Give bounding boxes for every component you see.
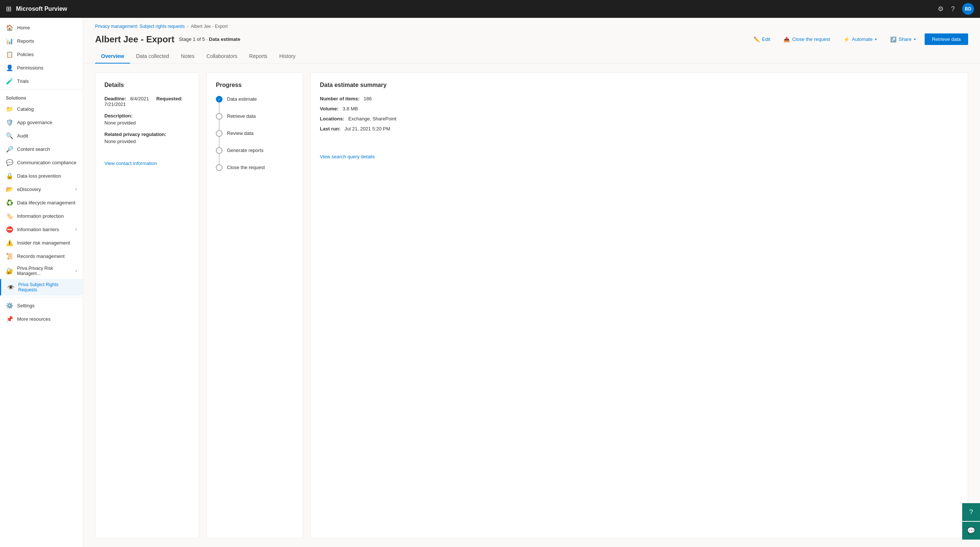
- edit-button[interactable]: ✏️ Edit: [749, 34, 775, 45]
- view-query-link[interactable]: View search query details: [320, 154, 375, 159]
- step-label-4: Generate reports: [227, 147, 263, 153]
- summary-card-title: Data estimate summary: [320, 82, 959, 88]
- progress-step-5: Close the request: [216, 164, 294, 171]
- tab-overview[interactable]: Overview: [95, 49, 130, 64]
- grid-icon[interactable]: ⊞: [6, 5, 11, 13]
- priva-subject-icon: 👁️: [7, 284, 14, 291]
- step-label-1: Data estimate: [227, 96, 257, 102]
- tab-notes[interactable]: Notes: [175, 49, 200, 64]
- stage-badge: Stage 1 of 5 · Data estimate: [179, 37, 240, 42]
- stage-text: Stage 1 of 5 ·: [179, 37, 209, 42]
- close-request-button[interactable]: 📤 Close the request: [779, 34, 834, 45]
- sidebar-label-data-lifecycle: Data lifecycle management: [17, 200, 75, 206]
- tab-collaborators[interactable]: Collaborators: [200, 49, 243, 64]
- deadline-row: Deadline: 8/4/2021 Requested: 7/21/2021: [104, 96, 190, 107]
- sidebar-label-dlp: Data loss prevention: [17, 173, 61, 179]
- sidebar-item-content-search[interactable]: 🔎 Content search: [0, 142, 83, 156]
- breadcrumb-current: Albert Jee - Export: [191, 24, 228, 29]
- share-icon: ↗️: [890, 37, 896, 42]
- last-run-value: [342, 126, 343, 132]
- sidebar-item-data-lifecycle[interactable]: ♻️ Data lifecycle management: [0, 196, 83, 209]
- sidebar-item-catalog[interactable]: 📁 Catalog: [0, 102, 83, 116]
- summary-card: Data estimate summary Number of items: 1…: [310, 72, 968, 538]
- page-title-name: Albert Jee: [95, 34, 138, 44]
- progress-steps: Data estimate Retrieve data: [216, 96, 294, 171]
- sidebar-label-information-protection: Information protection: [17, 213, 64, 219]
- deadline-value: [127, 96, 129, 102]
- sidebar-item-permissions[interactable]: 👤 Permissions: [0, 61, 83, 74]
- breadcrumb-parent-link[interactable]: Privacy management: Subject rights reque…: [95, 24, 185, 29]
- stage-name: Data estimate: [209, 37, 240, 42]
- layout: 🏠 Home 📊 Reports 📋 Policies 👤 Permission…: [0, 18, 980, 547]
- permissions-icon: 👤: [6, 64, 13, 71]
- view-contact-link[interactable]: View contact information: [104, 161, 157, 166]
- sidebar-label-content-search: Content search: [17, 147, 50, 152]
- app-governance-icon: 🛡️: [6, 118, 13, 126]
- floating-help-button[interactable]: ?: [962, 503, 980, 521]
- sidebar-item-data-loss-prevention[interactable]: 🔒 Data loss prevention: [0, 169, 83, 182]
- details-card: Details Deadline: 8/4/2021 Requested: 7/…: [95, 72, 199, 538]
- sidebar-item-priva-privacy[interactable]: 🔐 Priva Privacy Risk Managem... ›: [0, 263, 83, 279]
- progress-step-2: Retrieve data: [216, 113, 294, 130]
- last-run-val: Jul 21, 2021 5:20 PM: [345, 126, 390, 132]
- content-area: Details Deadline: 8/4/2021 Requested: 7/…: [83, 64, 980, 547]
- sidebar-item-priva-subject[interactable]: 👁️ Priva Subject Rights Requests: [0, 279, 83, 295]
- progress-step-3: Review data: [216, 130, 294, 147]
- tab-reports[interactable]: Reports: [243, 49, 274, 64]
- app-name: Microsoft Purview: [16, 6, 67, 12]
- sidebar-label-records-management: Records management: [17, 254, 65, 259]
- sidebar-label-settings: Settings: [17, 303, 35, 308]
- step-line-2: [219, 120, 220, 130]
- sidebar-item-audit[interactable]: 🔍 Audit: [0, 129, 83, 142]
- page-title-area: Albert Jee - Export Stage 1 of 5 · Data …: [95, 34, 240, 45]
- volume-value: [340, 106, 341, 112]
- automate-chevron-icon: ▾: [875, 37, 877, 41]
- sidebar-label-insider-risk: Insider risk management: [17, 240, 70, 246]
- retrieve-data-button[interactable]: Retrieve data: [925, 33, 968, 45]
- sidebar-item-more-resources[interactable]: 📌 More resources: [0, 312, 83, 325]
- details-card-title: Details: [104, 82, 190, 88]
- edit-label: Edit: [762, 37, 770, 42]
- sidebar-item-ediscovery[interactable]: 📂 eDiscovery ›: [0, 182, 83, 196]
- share-button[interactable]: ↗️ Share ▾: [886, 34, 920, 45]
- sidebar-label-reports: Reports: [17, 38, 34, 44]
- last-run-label: Last run:: [320, 126, 340, 132]
- volume-val: 3.8 MB: [342, 106, 358, 112]
- sidebar-item-app-governance[interactable]: 🛡️ App governance: [0, 116, 83, 129]
- page-title-type: Export: [146, 34, 174, 44]
- sidebar-item-information-barriers[interactable]: ⛔ Information barriers ›: [0, 223, 83, 236]
- records-management-icon: 📜: [6, 252, 13, 260]
- sidebar-item-reports[interactable]: 📊 Reports: [0, 34, 83, 48]
- settings-icon[interactable]: ⚙: [938, 5, 943, 13]
- automate-button[interactable]: ⚡ Automate ▾: [839, 34, 881, 45]
- summary-items-count: Number of items: 186: [320, 96, 959, 102]
- step-label-5: Close the request: [227, 164, 265, 170]
- floating-chat-button[interactable]: 💬: [962, 522, 980, 539]
- sidebar-item-home[interactable]: 🏠 Home: [0, 21, 83, 34]
- sidebar-item-trials[interactable]: 🧪 Trials: [0, 74, 83, 88]
- main-content: Privacy management: Subject rights reque…: [83, 18, 980, 547]
- summary-locations: Locations: Exchange, SharePoint: [320, 116, 959, 121]
- step-circle-3: [216, 130, 223, 137]
- tab-data-collected[interactable]: Data collected: [130, 49, 175, 64]
- sidebar-label-audit: Audit: [17, 133, 28, 139]
- sidebar-item-insider-risk[interactable]: ⚠️ Insider risk management: [0, 236, 83, 249]
- avatar[interactable]: BD: [962, 3, 974, 15]
- description-value: None provided: [104, 120, 136, 126]
- deadline-value-text: 8/4/2021: [130, 96, 149, 102]
- breadcrumb-separator: ›: [187, 24, 188, 29]
- description-block: Description: None provided: [104, 113, 190, 126]
- progress-step-1: Data estimate: [216, 96, 294, 113]
- sidebar-item-records-management[interactable]: 📜 Records management: [0, 249, 83, 263]
- automate-label: Automate: [852, 37, 873, 42]
- sidebar-item-communication-compliance[interactable]: 💬 Communication compliance: [0, 156, 83, 169]
- help-icon[interactable]: ?: [951, 5, 955, 13]
- sidebar-item-settings[interactable]: ⚙️ Settings: [0, 299, 83, 312]
- edit-icon: ✏️: [753, 37, 760, 42]
- sidebar-item-information-protection[interactable]: 🏷️ Information protection: [0, 209, 83, 223]
- sidebar-item-policies[interactable]: 📋 Policies: [0, 48, 83, 61]
- tab-history[interactable]: History: [274, 49, 302, 64]
- ediscovery-chevron-icon: ›: [75, 187, 77, 192]
- step-indicator-1: [216, 96, 223, 113]
- insider-risk-icon: ⚠️: [6, 239, 13, 246]
